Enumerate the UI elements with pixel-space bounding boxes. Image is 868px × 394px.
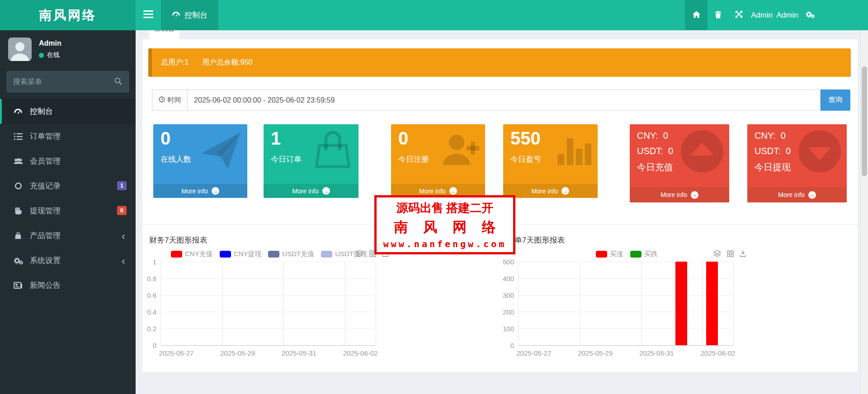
- finance-chart-plot: 00.20.40.60.812025-05-272025-05-292025-0…: [160, 262, 376, 346]
- top-bar: 南风网络 控制台: [0, 0, 868, 30]
- content-area: 控制台 总用户:1 用户总余额:950 时间 查询 0: [136, 30, 868, 394]
- chevron-left-icon: [122, 233, 125, 242]
- x-tick-label: 2025-05-29: [220, 349, 255, 357]
- sidebar-item-label: 系统设置: [30, 255, 61, 266]
- y-tick-label: 400: [503, 275, 514, 282]
- home-icon: [692, 10, 701, 20]
- total-balance-label: 用户总余额:950: [202, 58, 252, 67]
- console-tab[interactable]: 控制台: [149, 30, 179, 39]
- order-chart-plot: 01002003004005002025-05-272025-05-292025…: [518, 262, 733, 346]
- shopping-bag-icon: [13, 231, 24, 240]
- finance-chart-legend: CNY充值CNY提现USDT充值USDT提现: [149, 250, 389, 258]
- user-menu-label-2[interactable]: Admin: [774, 11, 800, 20]
- y-tick-label: 200: [503, 308, 514, 316]
- legend-item[interactable]: 买跌: [630, 250, 658, 258]
- legend-swatch-icon: [596, 251, 607, 258]
- today-profit-count: 550: [503, 124, 598, 148]
- sidebar-item-label: 充值记录: [30, 181, 61, 191]
- clock-icon: [159, 96, 165, 104]
- alert-banner: 总用户:1 用户总余额:950: [148, 48, 851, 77]
- sidebar-item-label: 会员管理: [30, 156, 61, 166]
- withdraw-usdt-value: USDT: 0: [747, 141, 847, 156]
- today-recharge-label: 今日充值: [630, 156, 729, 174]
- info-box-body: CNY: 0 USDT: 0 今日提现: [747, 124, 847, 187]
- more-info-link[interactable]: More info →: [264, 184, 359, 198]
- today-registrations-label: 今日注册: [391, 148, 485, 164]
- sidebar-item-orders[interactable]: 订单管理: [0, 124, 136, 149]
- chart-bar[interactable]: [675, 262, 687, 345]
- topbar-right: Admin Admin: [685, 0, 821, 30]
- chevron-left-icon: [122, 258, 125, 267]
- sidebar-item-withdrawals[interactable]: 提现管理 0: [0, 198, 136, 223]
- grid-icon[interactable]: [727, 250, 734, 257]
- sidebar-item-recharge-records[interactable]: 充值记录 1: [0, 174, 136, 198]
- user-name: Admin: [39, 39, 61, 47]
- download-icon[interactable]: [740, 250, 746, 257]
- y-tick-label: 300: [503, 291, 514, 299]
- finance-chart-title: 财务7天图形报表: [149, 235, 207, 245]
- order-chart-legend: 买涨买跌: [507, 250, 746, 258]
- info-box-today-withdraw: CNY: 0 USDT: 0 今日提现 More info →: [747, 124, 847, 202]
- arrow-circle-right-icon: →: [322, 187, 330, 195]
- trash-icon: [715, 10, 722, 20]
- y-tick-label: 500: [503, 258, 514, 266]
- time-range-input[interactable]: [188, 89, 821, 111]
- online-users-label: 在线人数: [153, 148, 247, 164]
- nav-tab-console[interactable]: 控制台: [161, 0, 218, 30]
- time-label: 时间: [168, 96, 181, 104]
- arrow-circle-right-icon: →: [691, 191, 698, 199]
- more-info-link[interactable]: More info →: [747, 187, 847, 202]
- sidebar-menu: 控制台 订单管理 会员管理 充值记录 1: [0, 99, 136, 298]
- legend-item[interactable]: CNY提现: [220, 250, 262, 258]
- sidebar-item-news[interactable]: 新闻公告: [0, 273, 136, 298]
- info-box-body: 0 在线人数: [153, 124, 247, 184]
- order-chart-title: 订单7天图形报表: [507, 235, 565, 245]
- x-tick-label: 2025-06-02: [701, 349, 736, 357]
- more-info-link[interactable]: More info →: [153, 184, 247, 198]
- screen: 南风网络 控制台: [0, 0, 868, 394]
- layers-icon[interactable]: [713, 250, 721, 257]
- x-tick-label: 2025-05-29: [578, 349, 613, 357]
- info-box-body: 0 今日注册: [391, 124, 485, 184]
- layers-icon[interactable]: [356, 250, 363, 257]
- legend-item[interactable]: CNY充值: [171, 250, 213, 258]
- legend-item[interactable]: 买涨: [596, 250, 623, 258]
- sidebar-item-console[interactable]: 控制台: [0, 99, 136, 124]
- search-button[interactable]: [111, 71, 125, 93]
- settings-button[interactable]: [800, 0, 821, 30]
- watermark: 源码出售 搭建二开 南 风 网 络 www.nanfengw.com: [374, 195, 515, 254]
- more-info-link[interactable]: More info →: [503, 184, 598, 198]
- more-info-link[interactable]: More info →: [630, 187, 729, 202]
- order-chart: 订单7天图形报表 买涨买跌 01002003004005002025-05-27…: [500, 225, 858, 372]
- circle-o-icon: [13, 182, 24, 190]
- sidebar-item-members[interactable]: 会员管理: [0, 149, 136, 174]
- sidebar-item-products[interactable]: 产品管理: [0, 223, 136, 248]
- sidebar-item-system-settings[interactable]: 系统设置: [0, 248, 136, 273]
- legend-item[interactable]: USDT充值: [268, 250, 314, 258]
- x-tick-label: 2025-06-02: [343, 349, 378, 357]
- withdraw-badge: 0: [117, 206, 127, 215]
- hand-icon: [13, 206, 24, 215]
- user-menu-label[interactable]: Admin: [749, 11, 774, 20]
- home-button[interactable]: [685, 0, 708, 30]
- legend-label: CNY充值: [185, 250, 213, 258]
- nav-tab-label: 控制台: [184, 10, 208, 20]
- trash-button[interactable]: [708, 0, 728, 30]
- x-tick-label: 2025-05-27: [159, 349, 194, 357]
- y-tick-label: 0: [510, 342, 514, 349]
- more-info-label: More info: [419, 188, 445, 195]
- gears-icon: [806, 10, 815, 20]
- query-button[interactable]: 查询: [821, 89, 850, 111]
- today-withdraw-label: 今日提现: [747, 156, 847, 174]
- newspaper-icon: [13, 282, 24, 289]
- withdraw-cny-value: CNY: 0: [747, 124, 847, 141]
- user-status: 在线: [39, 51, 61, 59]
- scrollbar-track[interactable]: [860, 30, 868, 394]
- hamburger-button[interactable]: [136, 0, 161, 30]
- chart-bar[interactable]: [706, 262, 718, 345]
- arrow-circle-right-icon: →: [561, 187, 569, 195]
- scrollbar-thumb[interactable]: [862, 66, 867, 176]
- more-info-label: More info: [292, 188, 318, 195]
- more-info-label: More info: [660, 191, 687, 198]
- fullscreen-button[interactable]: [728, 0, 749, 30]
